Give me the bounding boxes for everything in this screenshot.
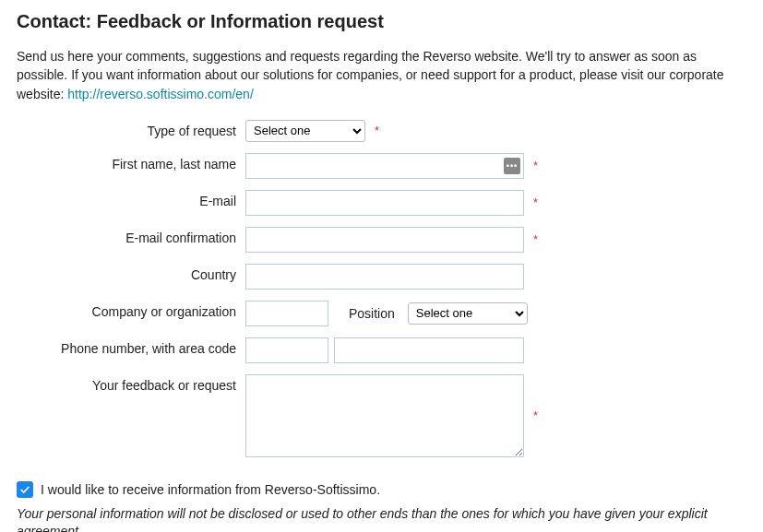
position-select[interactable]: Select one <box>408 302 528 325</box>
phone-number-input[interactable] <box>334 337 524 363</box>
label-company: Company or organization <box>17 301 245 319</box>
corporate-link[interactable]: http://reverso.softissimo.com/en/ <box>67 87 254 101</box>
label-feedback: Your feedback or request <box>17 374 245 393</box>
autofill-icon[interactable]: ••• <box>504 158 520 174</box>
email-input[interactable] <box>245 190 524 216</box>
disclaimer-text: Your personal information will not be di… <box>17 505 746 532</box>
type-of-request-select[interactable]: Select one <box>245 120 365 142</box>
email-confirm-input[interactable] <box>245 227 524 253</box>
label-name: First name, last name <box>17 153 245 171</box>
label-email-confirm: E-mail confirmation <box>17 227 245 245</box>
label-phone: Phone number, with area code <box>17 337 245 356</box>
name-input[interactable] <box>245 153 524 179</box>
label-type: Type of request <box>17 120 245 138</box>
required-asterisk: * <box>533 408 538 422</box>
consent-label: I would like to receive information from… <box>41 482 380 497</box>
country-input[interactable] <box>245 264 524 290</box>
required-asterisk: * <box>533 232 538 246</box>
required-asterisk: * <box>375 124 379 137</box>
required-asterisk: * <box>533 195 538 209</box>
feedback-textarea[interactable] <box>245 374 524 457</box>
consent-checkbox[interactable] <box>17 481 33 498</box>
label-country: Country <box>17 264 245 282</box>
label-email: E-mail <box>17 190 245 208</box>
label-position: Position <box>349 306 395 321</box>
required-asterisk: * <box>533 159 538 172</box>
phone-code-input[interactable] <box>245 337 328 363</box>
company-input[interactable] <box>245 301 328 326</box>
intro-paragraph: Send us here your comments, suggestions … <box>17 47 746 103</box>
check-icon <box>19 484 30 495</box>
page-title: Contact: Feedback or Information request <box>17 11 746 32</box>
